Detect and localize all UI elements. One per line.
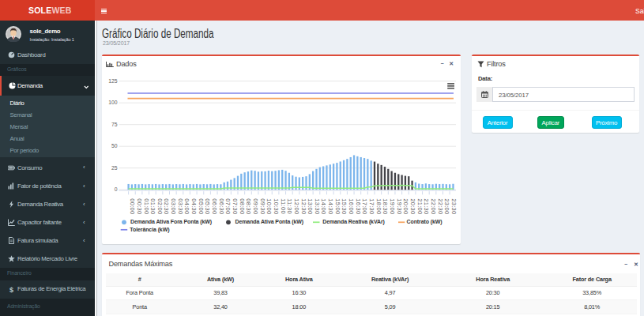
svg-text:$: $ <box>9 286 13 293</box>
